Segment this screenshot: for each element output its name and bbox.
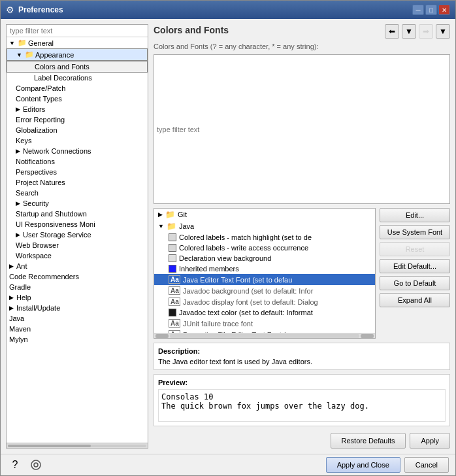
buttons-column: Edit... Use System Font Reset Edit Defau… <box>380 208 450 339</box>
color-swatch <box>169 265 176 273</box>
sidebar-tree: ▼ 📁 General ▼ 📁 Appearance Colors and Fo… <box>7 37 148 443</box>
apply-button[interactable]: Apply <box>410 433 450 449</box>
aa-label: Aa <box>169 286 180 295</box>
cancel-button[interactable]: Cancel <box>404 457 449 473</box>
font-tree-javadoc-color[interactable]: Javadoc text color (set to default: Info… <box>154 307 375 318</box>
settings-icon <box>30 459 42 471</box>
sidebar-item-perspectives[interactable]: Perspectives <box>7 167 148 177</box>
reset-button[interactable]: Reset <box>380 242 450 256</box>
expand-triangle: ▶ <box>9 263 14 269</box>
sidebar-filter-input[interactable] <box>7 25 148 37</box>
dropdown-button[interactable]: ▼ <box>402 24 416 39</box>
preview-line2: The quick brown fox jumps over the lazy … <box>161 401 442 411</box>
sidebar-item-general[interactable]: ▼ 📁 General <box>7 37 148 48</box>
expand-triangle: ▶ <box>16 148 20 154</box>
sidebar-item-help[interactable]: ▶ Help <box>7 292 148 303</box>
color-swatch <box>169 233 176 241</box>
settings-icon-button[interactable] <box>28 457 44 473</box>
go-to-default-button[interactable]: Go to Default <box>380 276 450 290</box>
font-tree-git[interactable]: ▶ 📁 Git <box>154 209 375 220</box>
close-button[interactable]: ✕ <box>438 5 450 15</box>
font-tree-java-editor-font[interactable]: Aa Java Editor Text Font (set to defau <box>154 274 375 285</box>
footer-icons: ? <box>7 457 44 473</box>
sidebar-item-maven[interactable]: Maven <box>7 324 148 334</box>
right-panel: Colors and Fonts ⬅ ▼ ➡ ▼ Colors and Font… <box>154 24 450 449</box>
description-label: Description: <box>158 347 446 355</box>
font-tree-java[interactable]: ▼ 📁 Java <box>154 220 375 232</box>
back-button[interactable]: ⬅ <box>385 24 399 39</box>
footer-row: ? Apply and Close Cancel <box>1 454 455 475</box>
menu-button[interactable]: ▼ <box>436 24 450 39</box>
sidebar-item-mylyn[interactable]: Mylyn <box>7 334 148 345</box>
preview-line1: Consolas 10 <box>161 392 442 401</box>
filter-description: Colors and Fonts (? = any character, * =… <box>154 42 450 50</box>
sidebar-item-code-recommenders[interactable]: Code Recommenders <box>7 271 148 282</box>
font-tree-colored-match[interactable]: Colored labels - match highlight (set to… <box>154 232 375 243</box>
font-tree-colored-write[interactable]: Colored labels - write access occurrence <box>154 243 375 253</box>
sidebar-item-ant[interactable]: ▶ Ant <box>7 261 148 271</box>
title-bar: ⚙ Preferences ─ □ ✕ <box>1 1 455 19</box>
sidebar-item-workspace[interactable]: Workspace <box>7 250 148 261</box>
restore-defaults-button[interactable]: Restore Defaults <box>331 433 406 449</box>
svg-point-1 <box>34 463 38 467</box>
content-area: ▼ 📁 General ▼ 📁 Appearance Colors and Fo… <box>1 19 455 454</box>
sidebar-item-security[interactable]: ▶ Security <box>7 198 148 209</box>
sidebar-item-gradle[interactable]: Gradle <box>7 282 148 292</box>
sidebar-item-keys[interactable]: Keys <box>7 135 148 146</box>
panel-title: Colors and Fonts <box>154 25 229 38</box>
preview-content: Consolas 10 The quick brown fox jumps ov… <box>158 389 446 422</box>
sidebar-item-web-browser[interactable]: Web Browser <box>7 240 148 250</box>
expand-triangle: ▶ <box>16 200 20 207</box>
description-text: The Java editor text font is used by Jav… <box>158 358 446 366</box>
expand-triangle: ▶ <box>9 305 14 311</box>
sidebar-item-notifications[interactable]: Notifications <box>7 156 148 167</box>
sidebar-item-user-storage[interactable]: ▶ User Storage Service <box>7 230 148 240</box>
help-button[interactable]: ? <box>7 457 23 473</box>
sidebar-item-label-decorations[interactable]: Label Decorations <box>7 73 148 83</box>
folder-icon: 📁 <box>25 50 34 59</box>
font-tree-junit-font[interactable]: Aa JUnit failure trace font <box>154 318 375 329</box>
title-controls: ─ □ ✕ <box>412 5 450 15</box>
expand-triangle: ▼ <box>9 40 15 46</box>
sidebar-item-error-reporting[interactable]: Error Reporting <box>7 114 148 125</box>
sidebar-item-network-connections[interactable]: ▶ Network Connections <box>7 146 148 156</box>
font-tree-inherited[interactable]: Inherited members <box>154 264 375 274</box>
folder-icon: 📁 <box>167 222 176 231</box>
left-panel: ▼ 📁 General ▼ 📁 Appearance Colors and Fo… <box>6 24 148 449</box>
sidebar-item-compare-patch[interactable]: Compare/Patch <box>7 83 148 94</box>
window-icon: ⚙ <box>6 5 14 15</box>
font-tree-javadoc-bg[interactable]: Aa Javadoc background (set to default: I… <box>154 285 375 296</box>
edit-button[interactable]: Edit... <box>380 208 450 222</box>
window-title: Preferences <box>18 5 63 14</box>
sidebar-item-editors[interactable]: ▶ Editors <box>7 104 148 114</box>
sidebar-item-content-types[interactable]: Content Types <box>7 94 148 104</box>
font-tree: ▶ 📁 Git ▼ 📁 Java Colored labels - match … <box>154 208 376 339</box>
footer-right-buttons: Apply and Close Cancel <box>326 457 449 473</box>
sidebar-item-globalization[interactable]: Globalization <box>7 125 148 135</box>
use-system-font-button[interactable]: Use System Font <box>380 225 450 239</box>
maximize-button[interactable]: □ <box>425 5 437 15</box>
sidebar-item-java[interactable]: Java <box>7 313 148 324</box>
font-tree-javadoc-font[interactable]: Aa Javadoc display font (set to default:… <box>154 296 375 307</box>
font-tree-declaration-bg[interactable]: Declaration view background <box>154 253 375 264</box>
apply-row: Restore Defaults Apply <box>154 430 450 449</box>
sidebar-item-appearance[interactable]: ▼ 📁 Appearance <box>7 48 148 61</box>
apply-and-close-button[interactable]: Apply and Close <box>326 457 400 473</box>
forward-button[interactable]: ➡ <box>419 24 433 39</box>
expand-triangle: ▶ <box>9 294 14 301</box>
edit-default-button[interactable]: Edit Default... <box>380 259 450 273</box>
preview-section: Preview: Consolas 10 The quick brown fox… <box>154 374 450 426</box>
sidebar-item-install-update[interactable]: ▶ Install/Update <box>7 303 148 313</box>
expand-triangle: ▶ <box>16 106 20 112</box>
font-filter-input[interactable] <box>154 54 450 204</box>
color-swatch <box>169 309 176 316</box>
sidebar-item-ui-responsiveness[interactable]: UI Responsiveness Moni <box>7 219 148 230</box>
sidebar-item-colors-fonts[interactable]: Colors and Fonts <box>7 61 148 73</box>
sidebar-item-startup[interactable]: Startup and Shutdown <box>7 209 148 219</box>
sidebar-item-search[interactable]: Search <box>7 188 148 198</box>
aa-label: Aa <box>169 298 180 306</box>
aa-label: Aa <box>169 275 180 284</box>
minimize-button[interactable]: ─ <box>412 5 424 15</box>
sidebar-item-project-natures[interactable]: Project Natures <box>7 177 148 188</box>
expand-all-button[interactable]: Expand All <box>380 293 450 307</box>
